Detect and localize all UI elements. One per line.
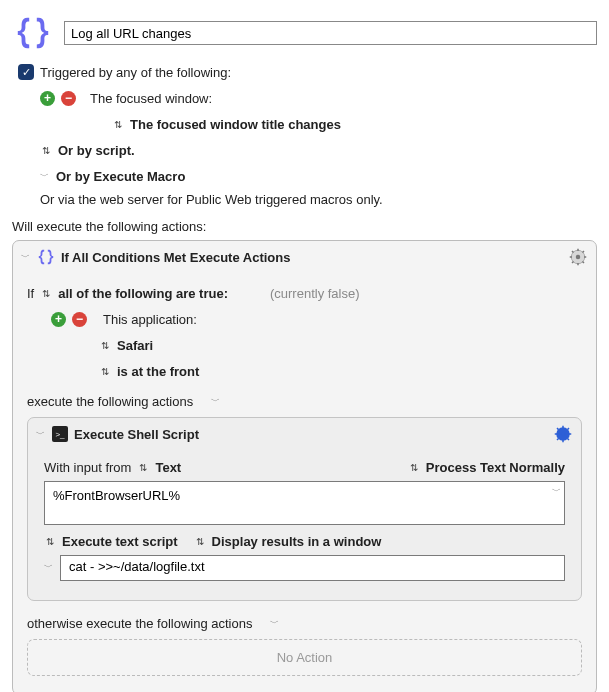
remove-trigger-icon[interactable]: − bbox=[61, 91, 76, 106]
remove-condition-icon[interactable]: − bbox=[72, 312, 87, 327]
svg-line-19 bbox=[568, 428, 570, 430]
gear-icon[interactable] bbox=[553, 424, 573, 444]
display-mode[interactable]: Display results in a window bbox=[212, 534, 382, 549]
or-by-execute-macro: Or by Execute Macro bbox=[56, 169, 185, 184]
svg-line-8 bbox=[572, 262, 574, 264]
condition-status: (currently false) bbox=[270, 286, 360, 301]
add-trigger-icon[interactable]: + bbox=[40, 91, 55, 106]
triggered-checkbox[interactable]: ✓ bbox=[18, 64, 34, 80]
add-condition-icon[interactable]: + bbox=[51, 312, 66, 327]
focused-window-event: The focused window title changes bbox=[130, 117, 341, 132]
sort-icon[interactable]: ⇅ bbox=[137, 462, 149, 473]
process-mode[interactable]: Process Text Normally bbox=[426, 460, 565, 475]
svg-point-1 bbox=[576, 255, 581, 260]
if-prefix: If bbox=[27, 286, 34, 301]
sort-icon[interactable]: ⇅ bbox=[40, 288, 52, 299]
sort-icon[interactable]: ⇅ bbox=[44, 536, 56, 547]
input-mode[interactable]: Text bbox=[155, 460, 181, 475]
app-name[interactable]: Safari bbox=[117, 338, 153, 353]
if-title: If All Conditions Met Execute Actions bbox=[61, 250, 562, 265]
svg-line-9 bbox=[583, 251, 585, 253]
braces-icon bbox=[37, 248, 55, 266]
condition-scope[interactable]: all of the following are true: bbox=[58, 286, 228, 301]
chevron-down-icon[interactable]: ﹀ bbox=[550, 483, 563, 500]
no-action-placeholder[interactable]: No Action bbox=[27, 639, 582, 676]
sort-icon[interactable]: ⇅ bbox=[194, 536, 206, 547]
shell-script-panel: ﹀ >_ Execute Shell Script With input fro… bbox=[27, 417, 582, 601]
execute-actions-label: execute the following actions bbox=[27, 394, 193, 409]
chevron-down-icon[interactable]: ﹀ bbox=[36, 428, 46, 441]
svg-line-6 bbox=[572, 251, 574, 253]
macro-title-input[interactable] bbox=[64, 21, 597, 45]
sort-icon[interactable]: ⇅ bbox=[40, 145, 52, 156]
chevron-down-icon[interactable]: ﹀ bbox=[44, 555, 54, 574]
chevron-down-icon[interactable]: ﹀ bbox=[21, 251, 31, 264]
sort-icon[interactable]: ⇅ bbox=[112, 119, 124, 130]
sort-icon[interactable]: ⇅ bbox=[99, 340, 111, 351]
with-input-prefix: With input from bbox=[44, 460, 131, 475]
triggered-label: Triggered by any of the following: bbox=[40, 65, 231, 80]
svg-line-17 bbox=[568, 439, 570, 441]
via-web-label: Or via the web server for Public Web tri… bbox=[12, 192, 597, 207]
chevron-down-icon[interactable]: ﹀ bbox=[40, 170, 50, 183]
chevron-down-icon[interactable]: ﹀ bbox=[270, 617, 280, 630]
sort-icon[interactable]: ⇅ bbox=[408, 462, 420, 473]
gear-icon[interactable] bbox=[568, 247, 588, 267]
svg-point-11 bbox=[561, 432, 566, 437]
this-application-label: This application: bbox=[103, 312, 197, 327]
chevron-down-icon[interactable]: ﹀ bbox=[211, 395, 221, 408]
script-text-field[interactable] bbox=[60, 555, 565, 581]
sort-icon[interactable]: ⇅ bbox=[99, 366, 111, 377]
or-by-script: Or by script. bbox=[58, 143, 135, 158]
input-text-field[interactable] bbox=[44, 481, 565, 525]
svg-line-16 bbox=[557, 428, 559, 430]
macro-braces-icon bbox=[12, 12, 54, 54]
svg-line-7 bbox=[583, 262, 585, 264]
focused-window-label: The focused window: bbox=[90, 91, 212, 106]
app-state[interactable]: is at the front bbox=[117, 364, 199, 379]
execute-text-script[interactable]: Execute text script bbox=[62, 534, 178, 549]
terminal-icon: >_ bbox=[52, 426, 68, 442]
execute-section-label: Will execute the following actions: bbox=[12, 219, 597, 234]
if-conditions-panel: ﹀ If All Conditions Met Execute Actions … bbox=[12, 240, 597, 692]
svg-line-18 bbox=[557, 439, 559, 441]
otherwise-label: otherwise execute the following actions bbox=[27, 616, 252, 631]
shell-title: Execute Shell Script bbox=[74, 427, 547, 442]
